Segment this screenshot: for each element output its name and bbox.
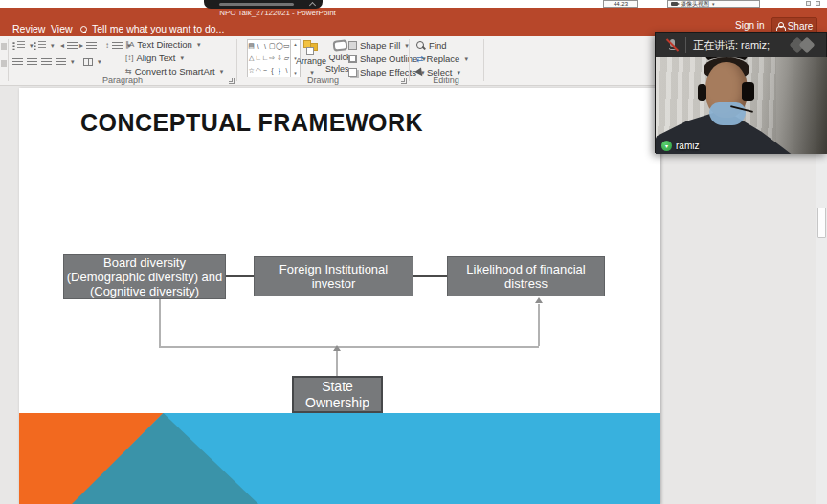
align-left-button[interactable] xyxy=(12,58,23,66)
webcam-video-feed: ▾ ramiz xyxy=(656,57,827,154)
arrange-label: Arrange xyxy=(296,56,326,66)
mini-divider xyxy=(56,40,56,52)
shape-icon[interactable]: ▱ xyxy=(284,55,289,62)
meeting-app-logo-icon xyxy=(792,36,818,54)
spacing-bars-icon xyxy=(112,42,123,50)
shape-icon[interactable]: ~ xyxy=(263,67,267,74)
camera-icon xyxy=(671,2,678,6)
shape-fill-label: Shape Fill xyxy=(360,40,400,51)
shape-icon[interactable]: ⇨ xyxy=(269,55,275,62)
group-divider xyxy=(483,39,484,81)
align-text-label: Align Text xyxy=(136,53,175,63)
arrowhead-into-likelihood xyxy=(535,297,543,303)
text-direction-label: Text Direction xyxy=(137,39,192,50)
shape-icon[interactable]: ⇩ xyxy=(277,55,282,62)
window-title: NPO Talk_27122021 - PowerPoint xyxy=(163,9,392,17)
group-editing: Find ⇄Replace Select Editing xyxy=(409,36,483,86)
pill-blurred-text xyxy=(219,3,294,6)
smartart-icon: ⇆ xyxy=(125,67,132,76)
shape-icon[interactable]: \ xyxy=(285,67,287,74)
diagram-box-financial-distress[interactable]: Likelihood of financial distress xyxy=(447,256,605,296)
tab-view[interactable]: View xyxy=(47,21,77,36)
shape-icon[interactable]: ▭ xyxy=(283,42,290,50)
increase-indent-button[interactable]: ▸ xyxy=(79,41,97,50)
shape-icon[interactable]: ☆ xyxy=(248,67,254,75)
connector-state-up xyxy=(336,351,338,376)
shape-icon[interactable]: ▤ xyxy=(248,42,255,50)
slide-title[interactable]: CONCEPTUAL FRAMEWORK xyxy=(80,109,423,137)
drawing-group-label: Drawing xyxy=(237,76,409,85)
share-label: Share xyxy=(788,21,814,32)
shape-icon[interactable]: ∟ xyxy=(262,55,269,61)
vertical-scrollbar-thumb[interactable] xyxy=(817,208,826,238)
justify-button[interactable] xyxy=(56,58,75,66)
mini-divider xyxy=(78,57,78,69)
quick-styles-icon xyxy=(332,39,347,52)
numbering-button[interactable] xyxy=(34,41,55,50)
shape-icon[interactable]: △ xyxy=(249,55,254,62)
arrange-button[interactable]: Arrange xyxy=(295,40,327,77)
group-paragraph: ◂ ▸ ↕ ∥AText Direction [↕]Align Text ⇆Co… xyxy=(9,36,236,86)
connector-horizontal xyxy=(159,346,539,348)
shape-icon[interactable]: { xyxy=(271,67,273,74)
mini-divider xyxy=(101,40,101,52)
replace-button[interactable]: ⇄Replace xyxy=(416,54,468,64)
shape-icon[interactable]: \ xyxy=(257,43,259,50)
paragraph-group-label: Paragraph xyxy=(9,76,236,85)
tell-me-box[interactable]: Tell me what you want to do... xyxy=(80,21,224,36)
numbered-list-icon xyxy=(34,41,46,50)
sign-in-link[interactable]: Sign in xyxy=(735,20,765,31)
shapes-grid[interactable]: ▤ \ \ ▢ ◯ ▭ △ ∟ ∟ ⇨ ⇩ ▱ ☆ ◠ ~ { } xyxy=(248,40,290,77)
camera-view-dropdown[interactable]: 摄像头视图 ▾ xyxy=(667,0,760,8)
person-icon xyxy=(776,22,784,31)
shape-icon[interactable]: ◯ xyxy=(276,42,283,50)
diagram-box-board-diversity[interactable]: Board diversity (Demographic diversity) … xyxy=(63,254,226,299)
align-center-button[interactable] xyxy=(27,58,37,66)
cutoff-group-icon xyxy=(1,60,7,67)
shape-icon[interactable]: ∟ xyxy=(255,55,261,61)
shape-outline-icon xyxy=(348,55,357,63)
recording-timer: 44.23 xyxy=(603,0,638,8)
shape-icon[interactable]: ▢ xyxy=(269,42,276,50)
shape-icon[interactable]: ◠ xyxy=(256,67,261,75)
shapes-gallery[interactable]: ▤ \ \ ▢ ◯ ▭ △ ∟ ∟ ⇨ ⇩ ▱ ☆ ◠ ~ { } xyxy=(247,39,301,77)
connector-foreign-likelihood xyxy=(414,275,447,277)
align-text-button[interactable]: [↕]Align Text xyxy=(125,53,184,63)
text-direction-button[interactable]: ∥AText Direction xyxy=(125,39,200,50)
align-right-button[interactable] xyxy=(41,58,52,66)
align-right-icon xyxy=(41,58,52,66)
cutoff-group-icon xyxy=(1,43,7,50)
connector-board-foreign xyxy=(226,275,254,277)
find-button[interactable]: Find xyxy=(416,40,446,51)
dialog-launcher-icon[interactable] xyxy=(401,78,407,84)
arrowhead-state xyxy=(333,345,341,351)
camera-view-label: 摄像头视图 xyxy=(681,1,709,7)
screen: 44.23 摄像头视图 ▾ NPO Talk_27122021 - PowerP… xyxy=(0,0,827,504)
shape-fill-button[interactable]: Shape Fill xyxy=(348,40,409,51)
tab-review[interactable]: Review xyxy=(9,21,49,36)
line-spacing-icon: ↕ xyxy=(105,41,109,50)
connector-down-from-board xyxy=(159,299,161,346)
window-control-fragment xyxy=(806,1,811,6)
shape-icon[interactable]: } xyxy=(279,67,280,74)
muted-microphone-icon[interactable] xyxy=(665,38,679,52)
header-divider xyxy=(685,37,686,53)
diagram-box-foreign-investor[interactable]: Foreign Institutional investor xyxy=(254,256,414,296)
diagram-box-state-ownership[interactable]: State Ownership xyxy=(292,376,383,413)
replace-icon: ⇄ xyxy=(416,55,424,64)
dialog-launcher-icon[interactable] xyxy=(229,78,235,84)
screen-share-pill[interactable] xyxy=(204,0,323,9)
webcam-overlay-window[interactable]: 正在讲话: ramiz; ▾ ramiz xyxy=(655,32,827,153)
slide-canvas: CONCEPTUAL FRAMEWORK Board diversity (De… xyxy=(19,88,660,504)
bullets-button[interactable] xyxy=(12,41,34,50)
face-mask xyxy=(709,102,746,125)
editing-group-label: Editing xyxy=(409,76,483,85)
chevron-down-icon: ▾ xyxy=(712,1,715,7)
shape-icon[interactable]: \ xyxy=(264,43,266,50)
connector-up-to-likelihood xyxy=(538,304,540,346)
bullet-list-icon xyxy=(12,41,25,50)
replace-label: Replace xyxy=(427,54,460,64)
columns-button[interactable] xyxy=(83,58,101,66)
decrease-indent-button[interactable]: ◂ xyxy=(60,41,78,50)
columns-icon xyxy=(83,58,93,66)
